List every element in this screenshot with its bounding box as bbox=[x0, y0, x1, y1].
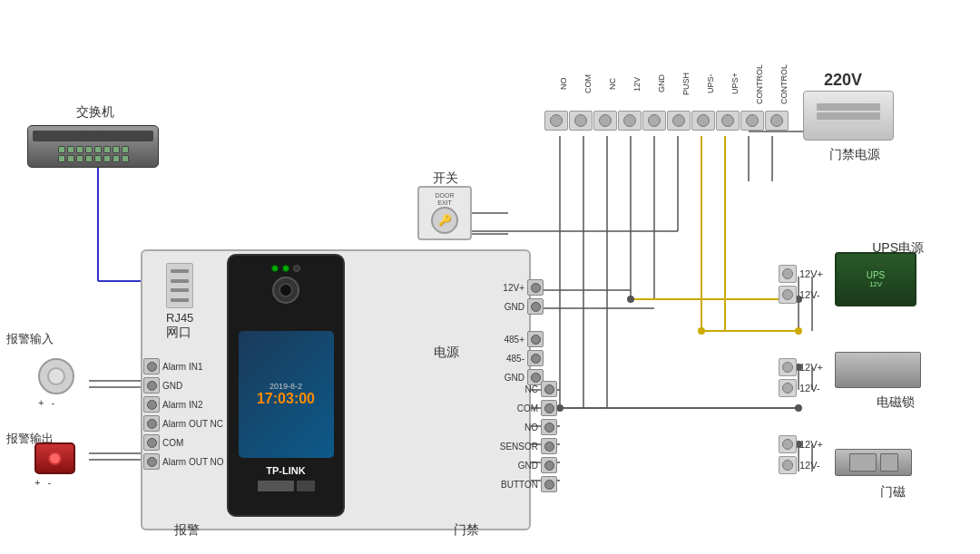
door-button-terminal bbox=[541, 476, 557, 492]
siren-minus: - bbox=[47, 477, 51, 488]
power-gnd-label: GND bbox=[497, 302, 524, 312]
door-power-supply bbox=[803, 91, 894, 141]
alarm-in2-terminal bbox=[143, 396, 160, 413]
alarm-out-nc-label: Alarm OUT NC bbox=[162, 419, 223, 429]
terminal-COM bbox=[569, 111, 593, 131]
terminal-UPS- bbox=[691, 111, 715, 131]
power-terminals-right: 12V+ GND bbox=[497, 279, 544, 317]
mag-12v-plus-terminal bbox=[779, 358, 797, 376]
door-sensor-label: SENSOR bbox=[497, 442, 538, 452]
screen-time: 17:03:00 bbox=[257, 391, 315, 407]
alarm-input-section: 报警输入 bbox=[5, 331, 54, 347]
alarm-out-no-label: Alarm OUT NO bbox=[162, 457, 224, 467]
door-sensor-terminals: 12V+ 12V- bbox=[779, 435, 823, 474]
svg-point-26 bbox=[556, 404, 564, 412]
alarm-out-no-terminal bbox=[143, 453, 160, 470]
siren: + - bbox=[34, 442, 75, 488]
mag-lock-terminals: 12V+ 12V- bbox=[779, 358, 823, 397]
alarm-input-label: 报警输入 bbox=[5, 331, 54, 347]
alarm-gnd1-terminal bbox=[143, 377, 160, 394]
alarm-in1-terminal bbox=[143, 358, 160, 374]
magnetic-lock bbox=[835, 352, 921, 388]
power-12v-terminal bbox=[527, 279, 544, 296]
alarm-com-terminal bbox=[143, 434, 160, 451]
door-power-label: 门禁电源 bbox=[829, 147, 880, 163]
rs485-plus-terminal bbox=[527, 331, 544, 347]
ups-terminals: 12V+ 12V- bbox=[779, 265, 823, 304]
door-nc-label: NC bbox=[497, 384, 538, 394]
switch-component: 交换机 bbox=[27, 100, 163, 168]
mag-12v-plus-label: 12V+ bbox=[799, 362, 823, 373]
smoke-plus: + bbox=[38, 397, 44, 408]
door-control-terminals: NC COM NO SENSOR GND BUTTON bbox=[497, 381, 557, 492]
top-terminal-row bbox=[544, 111, 789, 131]
terminal-12V bbox=[618, 111, 642, 131]
smoke-minus: - bbox=[51, 397, 54, 408]
door-gnd-label: GND bbox=[497, 461, 538, 471]
tplink-screen: 2019-8-2 17:03:00 bbox=[239, 331, 334, 458]
diagram-container: 交换机 bbox=[0, 0, 980, 554]
rs485-minus-label: 485- bbox=[497, 354, 524, 364]
rj45-label: RJ45 bbox=[166, 311, 193, 325]
mag-12v-minus-terminal bbox=[779, 379, 797, 397]
power-12v-label: 12V+ bbox=[497, 283, 524, 293]
alarm-terminals: Alarm IN1 GND Alarm IN2 Alarm OUT NC COM… bbox=[143, 358, 224, 470]
ups-battery: UPS 12V bbox=[835, 252, 916, 306]
terminal-CONTROL2 bbox=[765, 111, 789, 131]
screen-date: 2019-8-2 bbox=[270, 382, 302, 391]
alarm-com-label: COM bbox=[162, 438, 183, 448]
rj45-port-container: RJ45 网口 bbox=[166, 263, 193, 341]
door-com-terminal bbox=[541, 400, 557, 416]
ups-12v-plus-label: 12V+ bbox=[799, 268, 823, 279]
door-sensor bbox=[835, 449, 912, 476]
svg-point-24 bbox=[627, 296, 634, 303]
ds-12v-plus-terminal bbox=[779, 435, 797, 453]
svg-point-25 bbox=[698, 327, 705, 335]
button-inner: 🔑 bbox=[431, 207, 458, 234]
network-label: 网口 bbox=[166, 325, 193, 341]
power-gnd-terminal bbox=[527, 298, 544, 315]
mag-12v-minus-label: 12V- bbox=[799, 383, 820, 394]
alarm-out-nc-terminal bbox=[143, 415, 160, 432]
siren-plus: + bbox=[34, 477, 40, 488]
terminal-CONTROL1 bbox=[740, 111, 764, 131]
top-terminal-labels: NO COM NC 12V GND PUSH UPS- UPS+ CONTROL… bbox=[544, 59, 789, 109]
voltage-label: 220V bbox=[824, 71, 862, 90]
ds-12v-minus-label: 12V- bbox=[799, 460, 820, 471]
ups-12v-plus-terminal bbox=[779, 265, 797, 283]
alarm-in1-label: Alarm IN1 bbox=[162, 362, 202, 372]
tplink-device: 2019-8-2 17:03:00 TP-LINK bbox=[227, 254, 345, 517]
terminal-GND bbox=[642, 111, 666, 131]
svg-point-29 bbox=[795, 404, 802, 412]
door-button-label: BUTTON bbox=[497, 480, 538, 490]
rj45-port bbox=[166, 263, 193, 308]
ds-12v-minus-terminal bbox=[779, 456, 797, 474]
mag-lock-label: 电磁锁 bbox=[877, 394, 915, 411]
door-no-label: NO bbox=[497, 423, 538, 433]
ups-label: UPS电源 bbox=[872, 240, 924, 257]
door-sensor-terminal bbox=[541, 438, 557, 454]
alarm-in2-label: Alarm IN2 bbox=[162, 400, 202, 410]
door-gnd-terminal bbox=[541, 457, 557, 473]
door-sensor-label-text: 门磁 bbox=[880, 484, 906, 501]
terminal-UPS+ bbox=[716, 111, 740, 131]
switch-label: 交换机 bbox=[27, 104, 163, 121]
rs485-plus-label: 485+ bbox=[497, 335, 524, 345]
alarm-section-label: 报警 bbox=[174, 522, 200, 539]
door-control-section-label: 门禁 bbox=[454, 522, 479, 539]
terminal-NC bbox=[593, 111, 617, 131]
door-com-label: COM bbox=[497, 403, 538, 413]
door-nc-terminal bbox=[541, 381, 557, 397]
exit-button-label: 开关 bbox=[420, 170, 470, 187]
door-no-terminal bbox=[541, 419, 557, 435]
alarm-gnd1-label: GND bbox=[162, 381, 182, 391]
terminal-NO bbox=[544, 111, 568, 131]
tplink-camera bbox=[272, 277, 299, 304]
rs485-terminals: 485+ 485- GND bbox=[497, 331, 544, 388]
ups-12v-minus-label: 12V- bbox=[799, 289, 820, 300]
power-section-label: 电源 bbox=[434, 345, 459, 361]
tplink-logo: TP-LINK bbox=[266, 465, 305, 476]
exit-button: DOOREXIT 🔑 bbox=[417, 186, 472, 240]
smoke-detector: + - bbox=[38, 358, 74, 408]
ds-12v-plus-label: 12V+ bbox=[799, 439, 823, 450]
